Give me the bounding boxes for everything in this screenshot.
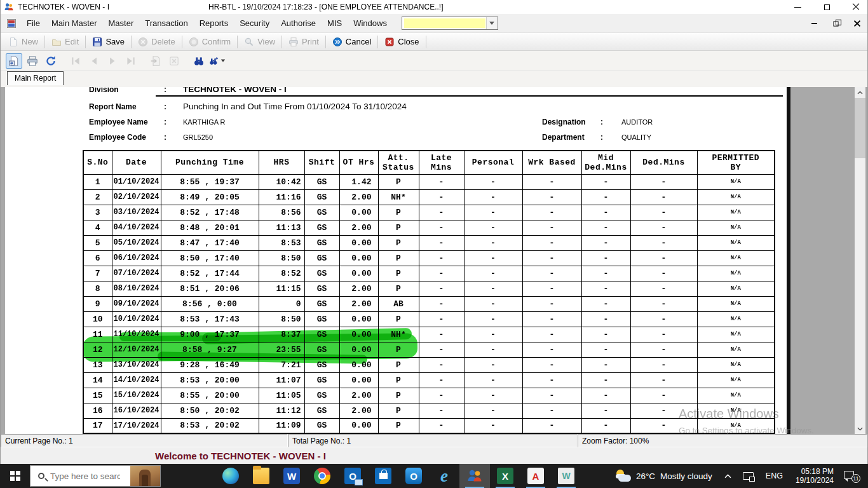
scrollbar-thumb[interactable] — [855, 98, 865, 158]
edit-button[interactable]: Edit — [46, 35, 84, 49]
column-header: Punching Time — [161, 151, 259, 174]
table-row: 1414/10/20248:53 , 20:0011:07GS0.00P----… — [83, 372, 775, 388]
save-floppy-icon — [92, 37, 102, 47]
report-selector-combobox[interactable] — [402, 17, 498, 30]
clock-date: 19/10/2024 — [796, 476, 834, 485]
child-minimize-button[interactable] — [809, 18, 819, 29]
weather-temp: 26°C — [636, 471, 655, 481]
column-header: Date — [112, 151, 161, 174]
cancel-icon — [332, 37, 342, 47]
taskbar-app-file-explorer[interactable] — [246, 464, 276, 488]
tray-expand-icon[interactable] — [724, 474, 731, 478]
menu-mis[interactable]: MIS — [322, 16, 348, 30]
search-input[interactable] — [50, 471, 120, 481]
chevron-down-icon — [489, 22, 494, 25]
menu-items: FileMain MasterMasterTransactionReportsS… — [21, 16, 393, 30]
title-bar: TECHNOTEK - WOVEN - I HR-BTL - 19/10/202… — [1, 0, 867, 14]
current-page-status: Current Page No.: 1 — [1, 434, 288, 447]
column-header: Late Mins — [419, 151, 464, 174]
action-center-icon[interactable]: 11 — [844, 470, 859, 482]
menu-authorise[interactable]: Authorise — [275, 16, 322, 30]
new-document-icon — [8, 37, 18, 47]
save-button[interactable]: Save — [87, 35, 130, 49]
refresh-icon[interactable] — [43, 53, 59, 69]
menu-transaction[interactable]: Transaction — [139, 16, 193, 30]
report-field-designation: Designation:AUDITOR — [542, 116, 653, 127]
table-row: 606/10/20248:50 , 17:408:50GS0.00P-----N… — [83, 250, 775, 266]
previous-page-icon[interactable] — [86, 53, 102, 69]
toolbar-button-label: Edit — [65, 37, 79, 46]
goto-page-icon[interactable] — [147, 53, 164, 69]
taskbar-weather[interactable]: 26°C Mostly cloudy — [608, 469, 719, 483]
scroll-down-icon[interactable] — [855, 423, 865, 434]
taskbar-app-excel[interactable]: X — [490, 464, 520, 488]
search-icon — [38, 473, 44, 479]
menu-master[interactable]: Master — [102, 16, 139, 30]
stop-loading-icon[interactable] — [166, 53, 182, 69]
close-button[interactable] — [851, 2, 861, 12]
toolbar-button-label: Confirm — [202, 37, 231, 46]
language-indicator[interactable]: ENG — [766, 471, 783, 480]
taskbar-app-chrome[interactable] — [307, 464, 337, 488]
taskbar-app-woven-app[interactable]: W — [551, 464, 581, 488]
report-field-report-name: Report Name:Punching In and Out Time Fro… — [89, 100, 407, 112]
menu-reports[interactable]: Reports — [194, 16, 234, 30]
view-button[interactable]: View — [239, 35, 280, 49]
minimize-button[interactable] — [792, 2, 803, 12]
delete-button[interactable]: Delete — [133, 35, 180, 49]
app-window: TECHNOTEK - WOVEN - I HR-BTL - 19/10/202… — [0, 0, 868, 464]
taskbar-app-internet-explorer[interactable]: e — [429, 464, 459, 488]
column-header: Mid Ded.Mins — [581, 151, 630, 174]
menu-security[interactable]: Security — [234, 16, 275, 30]
confirm-button[interactable]: Confirm — [184, 35, 236, 49]
combobox-dropdown-button[interactable] — [486, 17, 498, 29]
network-icon[interactable] — [743, 472, 754, 480]
report-field-department: Department:QUALITY — [542, 131, 651, 142]
cancel-button[interactable]: Cancel — [327, 35, 376, 49]
search-text-icon[interactable] — [191, 53, 207, 69]
restore-button[interactable] — [822, 2, 832, 12]
taskbar-app-store[interactable] — [368, 464, 398, 488]
taskbar-app-outlook-new[interactable]: O — [398, 464, 429, 488]
table-row: 707/10/20248:52 , 17:448:52GS0.00P-----N… — [83, 266, 775, 281]
taskbar-app-edge[interactable] — [215, 464, 246, 488]
clock-time: 05:18 PM — [801, 467, 834, 476]
scroll-up-icon[interactable] — [855, 87, 865, 98]
table-row: 909/10/20248:56 , 0:000GS2.00AB-----N/A — [83, 296, 775, 311]
zoom-icon[interactable] — [209, 53, 226, 69]
next-page-icon[interactable] — [104, 53, 121, 69]
taskbar-clock[interactable]: 05:18 PM 19/10/2024 — [796, 467, 834, 485]
menu-windows[interactable]: Windows — [348, 16, 393, 30]
taskbar-app-outlook[interactable]: O — [337, 464, 368, 488]
child-restore-button[interactable] — [831, 18, 841, 29]
marker-highlight — [119, 332, 221, 341]
tab-main-report[interactable]: Main Report — [7, 71, 64, 85]
last-page-icon[interactable] — [123, 53, 139, 69]
toolbar-button-label: View — [257, 37, 275, 46]
table-row: 505/10/20248:47 , 17:408:53GS0.00P-----N… — [83, 235, 775, 250]
taskbar-apps: WOOeXAW — [215, 464, 581, 488]
new-button[interactable]: New — [3, 35, 43, 49]
vertical-scrollbar[interactable] — [855, 87, 865, 434]
menu-main-master[interactable]: Main Master — [46, 16, 103, 30]
first-page-icon[interactable] — [67, 53, 84, 69]
weather-description: Mostly cloudy — [660, 471, 712, 481]
taskbar-app-acrobat[interactable]: A — [520, 464, 551, 488]
taskbar-search[interactable] — [30, 465, 161, 487]
menu-file[interactable]: File — [21, 16, 46, 30]
start-button[interactable] — [0, 464, 30, 488]
taskbar-app-word[interactable]: W — [276, 464, 307, 488]
main-toolbar: NewEditSaveDeleteConfirmViewPrintCancelC… — [1, 33, 867, 51]
report-field-employee-code: Employee Code:GRL5250 — [89, 131, 213, 142]
print-report-icon[interactable] — [24, 53, 41, 69]
combobox-value[interactable] — [404, 18, 485, 28]
export-icon[interactable] — [6, 53, 22, 69]
child-close-button[interactable] — [852, 18, 862, 29]
taskbar-app-hr-people-app[interactable] — [459, 464, 490, 488]
print-button[interactable]: Print — [283, 35, 324, 49]
search-daily-image[interactable] — [130, 466, 160, 486]
close-button[interactable]: Close — [379, 35, 424, 49]
toolbar-button-label: Close — [398, 37, 419, 46]
child-window-icon — [7, 19, 16, 28]
toolbar-button-label: Print — [302, 37, 319, 46]
